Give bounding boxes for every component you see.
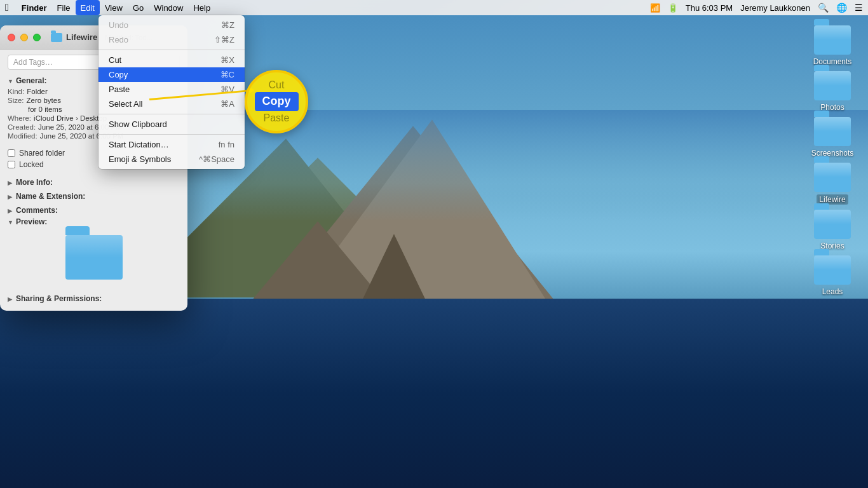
desktop-icon-screenshots[interactable]: Screenshots bbox=[807, 117, 858, 158]
where-label: Where: bbox=[8, 114, 31, 122]
shared-folder-label: Shared folder bbox=[19, 149, 65, 158]
dictation-shortcut: fn fn bbox=[219, 140, 234, 149]
menu-item-paste[interactable]: Paste ⌘V bbox=[98, 82, 245, 97]
sharing-permissions-row[interactable]: Sharing & Permissions: bbox=[8, 292, 180, 306]
minimize-button[interactable] bbox=[20, 34, 28, 41]
preview-chevron[interactable] bbox=[8, 217, 13, 226]
cut-shortcut: ⌘X bbox=[220, 55, 234, 65]
where-value: iCloud Drive › Desktop bbox=[34, 114, 107, 122]
menubar-go[interactable]: Go bbox=[128, 0, 149, 15]
window-title: Lifewire bbox=[51, 32, 97, 42]
menu-item-dictation[interactable]: Start Dictation… fn fn bbox=[98, 137, 245, 152]
desktop-icon-leads[interactable]: Leads bbox=[807, 255, 858, 296]
battery-icon: 🔋 bbox=[668, 3, 678, 13]
select-all-shortcut: ⌘A bbox=[220, 99, 234, 109]
more-info-chevron bbox=[8, 178, 12, 187]
copy-label: Copy bbox=[109, 70, 220, 79]
emoji-shortcut: ^⌘Space bbox=[199, 154, 234, 164]
menu-item-cut[interactable]: Cut ⌘X bbox=[98, 53, 245, 67]
dictation-label: Start Dictation… bbox=[109, 140, 219, 149]
modified-label: Modified: bbox=[8, 132, 37, 140]
locked-checkbox[interactable] bbox=[8, 161, 15, 168]
more-info-label: More Info: bbox=[16, 178, 53, 187]
copy-shortcut: ⌘C bbox=[220, 70, 234, 79]
annotation-circle: Cut Copy Paste bbox=[245, 70, 308, 133]
sharing-label: Sharing & Permissions: bbox=[16, 294, 102, 303]
menubar-edit[interactable]: Edit bbox=[76, 0, 100, 15]
menu-separator-1 bbox=[98, 50, 245, 50]
preview-label: Preview: bbox=[16, 217, 47, 226]
menubar-file[interactable]: File bbox=[52, 0, 76, 15]
desktop-icon-lifewire[interactable]: Lifewire bbox=[807, 163, 858, 205]
menubar-window[interactable]: Window bbox=[149, 0, 188, 15]
screenshots-folder-icon bbox=[814, 117, 851, 146]
documents-folder-icon bbox=[814, 25, 851, 55]
wifi-icon[interactable]: 📶 bbox=[650, 3, 660, 13]
menu-item-redo[interactable]: Redo ⇧⌘Z bbox=[98, 32, 245, 47]
annotation-cut-text: Cut bbox=[269, 78, 285, 92]
annotation-paste-text: Paste bbox=[264, 111, 290, 125]
sharing-chevron bbox=[8, 294, 12, 303]
undo-shortcut: ⌘Z bbox=[221, 20, 234, 30]
menu-item-emoji[interactable]: Emoji & Symbols ^⌘Space bbox=[98, 152, 245, 166]
name-extension-row[interactable]: Name & Extension: bbox=[8, 189, 180, 203]
clock-display: Thu 6:03 PM bbox=[686, 3, 733, 13]
created-label: Created: bbox=[8, 123, 36, 131]
redo-label: Redo bbox=[109, 35, 214, 44]
menubar-right: 📶 🔋 Thu 6:03 PM Jeremy Laukkonen 🔍 🌐 ☰ bbox=[650, 3, 863, 13]
close-button[interactable] bbox=[8, 34, 15, 41]
apple-menu[interactable]:  bbox=[5, 2, 9, 13]
search-icon[interactable]: 🔍 bbox=[818, 3, 829, 13]
list-icon[interactable]: ☰ bbox=[855, 3, 863, 13]
preview-folder-icon bbox=[65, 235, 123, 280]
name-ext-label: Name & Extension: bbox=[16, 192, 85, 201]
emoji-label: Emoji & Symbols bbox=[109, 154, 199, 164]
show-clipboard-label: Show Clipboard bbox=[109, 119, 234, 129]
menubar-help[interactable]: Help bbox=[188, 0, 215, 15]
desktop-icons: Documents Photos Screenshots Lifewire St… bbox=[807, 25, 858, 296]
shared-folder-checkbox[interactable] bbox=[8, 149, 15, 157]
menubar:  Finder File Edit View Go Window Help 📶… bbox=[0, 0, 868, 15]
menu-separator-3 bbox=[98, 134, 245, 135]
stories-folder-icon bbox=[814, 210, 851, 239]
maximize-button[interactable] bbox=[33, 34, 41, 41]
preview-header: Preview: bbox=[8, 217, 180, 226]
window-title-text: Lifewire bbox=[66, 32, 97, 42]
cut-label: Cut bbox=[109, 55, 220, 65]
comments-label: Comments: bbox=[16, 206, 58, 215]
more-info-row[interactable]: More Info: bbox=[8, 175, 180, 189]
size-value: Zero bytes bbox=[27, 97, 61, 104]
comments-row[interactable]: Comments: bbox=[8, 203, 180, 217]
menubar-finder[interactable]: Finder bbox=[17, 0, 52, 15]
paste-label: Paste bbox=[109, 85, 220, 94]
tags-placeholder: Add Tags… bbox=[13, 58, 53, 67]
preview-area bbox=[8, 229, 180, 288]
user-name[interactable]: Jeremy Laukkonen bbox=[740, 3, 810, 13]
locked-label: Locked bbox=[19, 160, 44, 169]
photos-folder-icon bbox=[814, 71, 851, 100]
menu-item-select-all[interactable]: Select All ⌘A bbox=[98, 97, 245, 111]
menubar-view[interactable]: View bbox=[100, 0, 128, 15]
general-chevron[interactable] bbox=[8, 76, 13, 85]
leads-label: Leads bbox=[822, 287, 843, 296]
desktop-icon-photos[interactable]: Photos bbox=[807, 71, 858, 112]
desktop-icon-stories[interactable]: Stories bbox=[807, 210, 858, 250]
globe-icon[interactable]: 🌐 bbox=[836, 3, 847, 13]
ocean-bg bbox=[0, 299, 868, 488]
menu-item-show-clipboard[interactable]: Show Clipboard bbox=[98, 117, 245, 132]
redo-shortcut: ⇧⌘Z bbox=[214, 35, 234, 44]
kind-value: Folder bbox=[27, 88, 48, 95]
lifewire-folder-icon bbox=[814, 163, 851, 192]
select-all-label: Select All bbox=[109, 99, 220, 109]
desktop-icon-documents[interactable]: Documents bbox=[807, 25, 858, 66]
folder-icon-title bbox=[51, 33, 62, 42]
menu-item-copy[interactable]: Copy ⌘C bbox=[98, 67, 245, 82]
comments-chevron bbox=[8, 206, 12, 215]
preview-section: Preview: bbox=[8, 217, 180, 288]
leads-folder-icon bbox=[814, 255, 851, 285]
kind-label: Kind: bbox=[8, 88, 24, 95]
annotation-copy-text: Copy bbox=[255, 92, 299, 111]
menu-item-undo[interactable]: Undo ⌘Z bbox=[98, 18, 245, 32]
undo-label: Undo bbox=[109, 20, 221, 30]
menu-separator-2 bbox=[98, 114, 245, 114]
